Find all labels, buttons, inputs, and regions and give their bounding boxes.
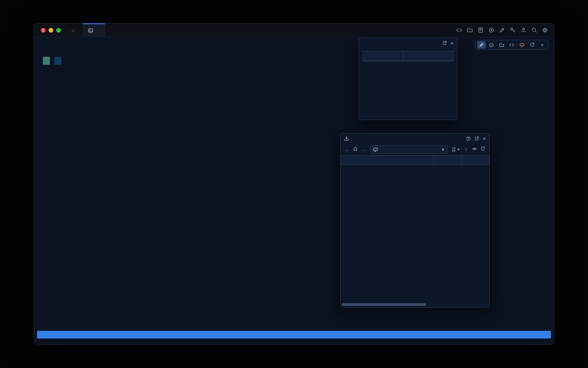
app-window: ⌂: [34, 23, 554, 345]
back-icon[interactable]: ←: [343, 146, 351, 153]
edit-icon[interactable]: [499, 27, 505, 33]
column-header[interactable]: [363, 51, 403, 61]
titlebar-actions: [456, 27, 554, 33]
chevron-down-icon: ▼: [457, 148, 460, 151]
home-icon[interactable]: [352, 146, 359, 153]
panel-dock-toolbar: ×: [475, 40, 549, 50]
disk-table-header: [363, 51, 453, 61]
refresh-icon[interactable]: [528, 41, 537, 49]
close-icon[interactable]: ×: [538, 41, 547, 49]
remote-screen-icon[interactable]: [518, 41, 526, 49]
horizontal-scrollbar[interactable]: [342, 303, 488, 306]
forward-icon[interactable]: →: [360, 146, 368, 153]
help-icon[interactable]: [466, 136, 471, 141]
key-icon[interactable]: [510, 27, 516, 33]
external-link-icon[interactable]: [442, 41, 447, 46]
terminal-icon: [88, 28, 93, 33]
disk-table: [363, 51, 453, 61]
system-info-titlebar: ×: [359, 38, 457, 48]
htop-tab-main[interactable]: [43, 57, 50, 65]
htop-tabs: [37, 57, 551, 65]
window-controls: [34, 28, 66, 33]
code-icon[interactable]: [456, 27, 462, 33]
parent-dir-icon[interactable]: ↑: [462, 146, 470, 153]
function-key-bar: [37, 331, 551, 338]
folder-icon[interactable]: [467, 27, 473, 33]
notebook-icon[interactable]: [478, 27, 483, 33]
tab-termora-home[interactable]: ⌂: [66, 23, 83, 37]
download-tray-icon[interactable]: [344, 136, 349, 141]
close-icon[interactable]: ×: [451, 41, 454, 46]
column-header-name[interactable]: [341, 156, 434, 164]
user-icon[interactable]: [521, 27, 526, 33]
tab-host-10-211-55-2[interactable]: [83, 23, 105, 37]
system-info-panel: ×: [359, 38, 457, 120]
sftp-panel: × ← → ▼ ▼ ↑: [340, 133, 490, 308]
sftp-toolbar: ← → ▼ ▼ ↑: [341, 144, 489, 155]
zoom-window-button[interactable]: [56, 28, 61, 33]
show-hidden-eye-icon[interactable]: [471, 146, 478, 153]
sftp-titlebar: ×: [341, 133, 489, 144]
close-icon[interactable]: ×: [483, 136, 486, 141]
folder-icon[interactable]: [497, 41, 506, 49]
column-header-type[interactable]: [434, 156, 462, 164]
search-icon[interactable]: [531, 27, 537, 33]
close-window-button[interactable]: [41, 28, 46, 33]
column-header-size[interactable]: [462, 156, 489, 164]
pin-icon[interactable]: [477, 41, 486, 49]
blank-line: [37, 49, 551, 57]
record-icon[interactable]: [488, 27, 494, 33]
titlebar: ⌂: [34, 23, 554, 37]
column-header[interactable]: [403, 51, 453, 61]
file-table-header: [341, 155, 489, 165]
refresh-icon[interactable]: [479, 146, 487, 153]
monitor-icon: [373, 147, 378, 152]
htop-tab-io[interactable]: [54, 57, 61, 65]
chevron-down-icon[interactable]: ▼: [441, 148, 445, 152]
minimize-window-button[interactable]: [49, 28, 53, 33]
settings-icon[interactable]: [542, 27, 548, 33]
info-icon[interactable]: [487, 41, 496, 49]
external-link-icon[interactable]: [474, 136, 479, 141]
bookmark-button[interactable]: ▼: [450, 147, 461, 152]
scrollbar-thumb[interactable]: [342, 303, 426, 306]
bookmark-icon: [451, 147, 456, 152]
address-bar[interactable]: ▼: [370, 145, 448, 154]
home-icon: ⌂: [72, 27, 75, 33]
code-icon[interactable]: [507, 41, 516, 49]
